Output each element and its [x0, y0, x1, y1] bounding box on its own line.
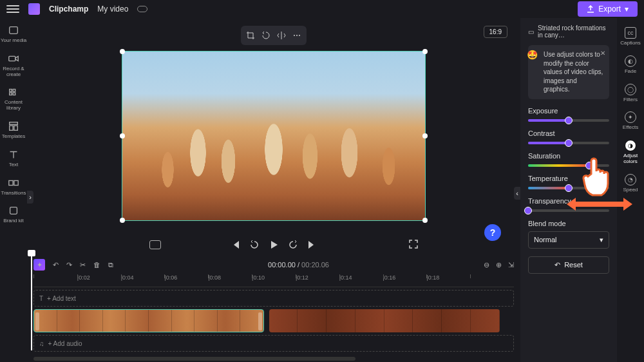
close-tip-button[interactable]: ✕	[600, 49, 605, 58]
menu-icon[interactable]	[6, 5, 19, 13]
help-tip: 🤩 ✕ Use adjust colors to modify the colo…	[528, 45, 609, 99]
tab-label: Captions	[620, 41, 641, 46]
ruler-tick: |0:10	[252, 274, 296, 287]
upload-icon	[587, 5, 594, 13]
sidebar-item-label: Record & create	[0, 66, 27, 78]
playhead[interactable]	[31, 254, 32, 350]
zoom-out-button[interactable]: ⊖	[484, 261, 489, 269]
ai-tool-button[interactable]: ✦	[33, 259, 45, 271]
clip-trim-handle[interactable]	[35, 312, 39, 330]
sidebar-item-label: Content library	[0, 100, 27, 111]
track-label: + Add audio	[48, 340, 82, 347]
duplicate-button[interactable]: ⧉	[108, 261, 113, 269]
chevron-down-icon: ▾	[625, 5, 629, 14]
sidebar-item-label: Your media	[1, 38, 26, 44]
delete-button[interactable]: 🗑	[93, 261, 100, 269]
forward-button[interactable]	[288, 240, 298, 250]
sidebar-item-text[interactable]: Text	[8, 149, 19, 168]
temperature-control: Temperature	[528, 175, 609, 189]
exposure-slider[interactable]	[528, 119, 609, 122]
resize-handle[interactable]	[120, 133, 125, 138]
ruler-tick: |0:16	[383, 274, 427, 287]
play-button[interactable]	[269, 240, 279, 250]
sync-status-icon[interactable]	[137, 6, 147, 12]
audio-track[interactable]: ♫+ Add audio	[33, 335, 514, 352]
split-button[interactable]: ✂	[80, 261, 86, 269]
video-clip[interactable]	[269, 309, 500, 332]
zoom-fit-button[interactable]: ⇲	[508, 261, 514, 269]
left-sidebar: Your media Record & create Content libra…	[0, 18, 27, 362]
aspect-ratio-button[interactable]: 16:9	[484, 26, 507, 38]
contrast-slider[interactable]	[528, 142, 609, 144]
rewind-button[interactable]	[249, 240, 260, 250]
sidebar-item-templates[interactable]: Templates	[2, 120, 25, 140]
saturation-slider[interactable]	[528, 164, 609, 167]
playback-bar: ?	[27, 234, 520, 255]
sidebar-item-transitions[interactable]: Transitions	[1, 177, 26, 196]
reset-label: Reset	[564, 261, 583, 269]
skip-end-button[interactable]	[307, 240, 317, 250]
text-icon: T	[39, 295, 43, 302]
emoji-icon: 🤩	[527, 49, 538, 61]
resize-handle[interactable]	[422, 218, 428, 223]
svg-rect-9	[9, 180, 13, 185]
tab-label: Fade	[625, 69, 636, 75]
tab-speed[interactable]: ◔Speed	[623, 174, 638, 193]
clip-trim-handle[interactable]	[258, 312, 262, 330]
collapse-panel-button[interactable]: ‹	[514, 187, 520, 200]
help-button[interactable]: ?	[484, 224, 501, 241]
zoom-in-button[interactable]: ⊕	[496, 261, 502, 269]
rotate-button[interactable]	[259, 28, 273, 43]
svg-rect-3	[13, 90, 15, 92]
right-tab-bar: ccCaptions ◐Fade ◯Filters ✦Effects ◑Adju…	[617, 18, 644, 362]
flip-button[interactable]	[274, 28, 289, 43]
crop-button[interactable]	[243, 28, 258, 43]
svg-rect-4	[10, 93, 12, 95]
svg-rect-0	[10, 27, 18, 34]
video-track[interactable]	[33, 309, 514, 332]
redo-button[interactable]: ↷	[66, 261, 72, 269]
current-time: 00:00.00	[268, 261, 296, 269]
svg-rect-7	[10, 126, 13, 130]
resize-handle[interactable]	[120, 49, 125, 54]
sidebar-item-label: Transitions	[1, 191, 26, 196]
resize-handle[interactable]	[422, 133, 428, 138]
top-bar: Clipchamp My video Export ▾	[0, 0, 644, 18]
text-track[interactable]: T+ Add text	[33, 290, 514, 307]
undo-button[interactable]: ↶	[53, 261, 59, 269]
tab-adjust-colors[interactable]: ◑Adjust colors	[617, 140, 644, 165]
timeline-scrollbar[interactable]	[33, 357, 355, 361]
reset-button[interactable]: ↶Reset	[528, 256, 609, 274]
svg-point-14	[299, 35, 300, 36]
speed-icon: ◔	[625, 174, 636, 186]
ruler-tick: |0:08	[208, 274, 252, 287]
tab-label: Speed	[623, 187, 638, 193]
tab-effects[interactable]: ✦Effects	[623, 111, 638, 131]
ruler-tick: |0:18	[426, 274, 470, 287]
sidebar-item-label: Templates	[2, 134, 25, 140]
sidebar-item-your-media[interactable]: Your media	[1, 24, 26, 44]
timeline-ruler[interactable]: |0:02 |0:04 |0:06 |0:08 |0:10 |0:12 |0:1…	[33, 274, 514, 287]
sidebar-item-brand-kit[interactable]: Brand kit	[3, 205, 24, 224]
svg-rect-11	[10, 207, 17, 214]
tab-captions[interactable]: ccCaptions	[620, 27, 641, 46]
sidebar-item-content-library[interactable]: Content library	[0, 86, 27, 111]
sidebar-item-label: Brand kit	[3, 218, 24, 224]
resize-handle[interactable]	[120, 218, 125, 223]
record-button[interactable]	[149, 240, 161, 249]
tab-fade[interactable]: ◐Fade	[625, 55, 636, 75]
undo-icon: ↶	[554, 261, 560, 269]
more-button[interactable]	[290, 28, 304, 43]
tab-filters[interactable]: ◯Filters	[623, 84, 638, 103]
project-name[interactable]: My video	[97, 5, 128, 14]
skip-start-button[interactable]	[230, 240, 240, 250]
export-button[interactable]: Export ▾	[578, 1, 638, 17]
video-canvas[interactable]	[122, 51, 426, 221]
sidebar-item-record-create[interactable]: Record & create	[0, 53, 27, 78]
blend-mode-select[interactable]: Normal ▾	[528, 231, 609, 249]
resize-handle[interactable]	[422, 49, 428, 54]
temperature-slider[interactable]	[528, 187, 609, 189]
transparency-slider[interactable]	[528, 209, 609, 212]
fullscreen-button[interactable]	[408, 239, 419, 251]
video-clip-selected[interactable]	[33, 309, 264, 332]
